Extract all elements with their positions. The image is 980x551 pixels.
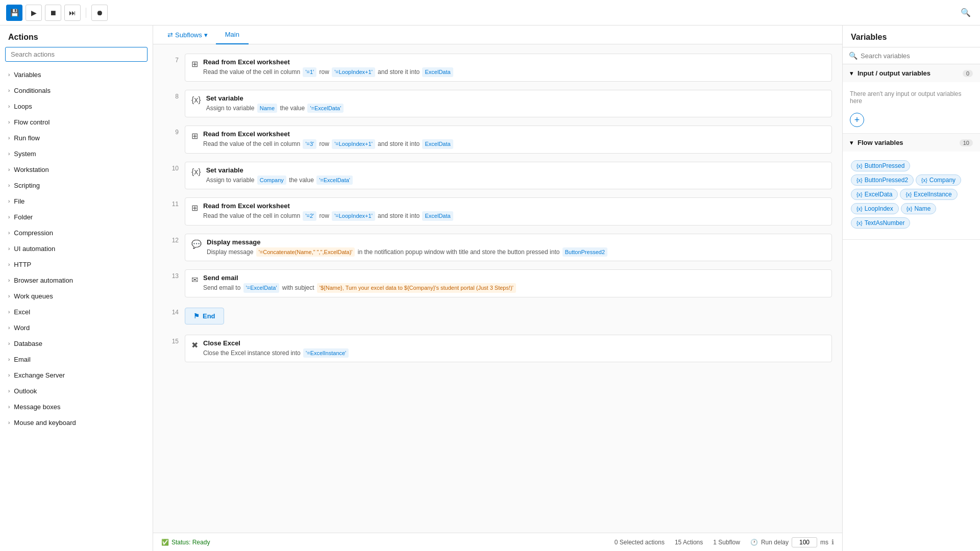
var-icon-10: {x} — [191, 166, 201, 177]
action-label: Message boxes — [14, 403, 60, 411]
flow-step-12: 12 💬 Display message Display message '=C… — [163, 230, 832, 266]
var-chip-icon-exceldata: {x} — [856, 192, 863, 197]
tag-msg-12: '=Concatenate(Name," ",",ExcelData)' — [256, 247, 355, 257]
run-delay-wrap: 🕐 Run delay ms ℹ — [750, 537, 834, 547]
var-chip-excelinstance[interactable]: {x} ExcelInstance — [900, 189, 957, 200]
var-chips-wrap: {x} ButtonPressed {x} ButtonPressed2 {x}… — [850, 156, 973, 233]
flow-step-11: 11 ⊞ Read from Excel worksheet Read the … — [163, 193, 832, 230]
actions-list: ›Variables›Conditionals›Loops›Flow contr… — [0, 67, 153, 551]
save-button[interactable]: 💾 — [6, 5, 22, 21]
var-chip-exceldata[interactable]: {x} ExcelData — [851, 189, 898, 200]
var-chip-icon-buttonpressed2: {x} — [856, 178, 863, 183]
var-chip-loopindex[interactable]: {x} LoopIndex — [851, 203, 899, 214]
var-chip-company[interactable]: {x} Company — [916, 174, 961, 186]
tab-main[interactable]: Main — [216, 26, 249, 44]
action-item-browser-automation[interactable]: ›Browser automation — [0, 272, 153, 288]
step-desc-12: Display message '=Concatenate(Name," ","… — [207, 247, 825, 257]
action-chevron: › — [8, 230, 10, 236]
action-item-work-queues[interactable]: ›Work queues — [0, 288, 153, 304]
action-item-system[interactable]: ›System — [0, 146, 153, 162]
action-item-exchange-server[interactable]: ›Exchange Server — [0, 367, 153, 383]
step-card-8[interactable]: {x} Set variable Assign to variable Name… — [185, 90, 832, 118]
action-item-run-flow[interactable]: ›Run flow — [0, 130, 153, 146]
step-card-15[interactable]: ✖ Close Excel Close the Excel instance s… — [185, 335, 832, 363]
action-item-folder[interactable]: ›Folder — [0, 209, 153, 225]
tag-val-8: '=ExcelData' — [307, 104, 344, 113]
var-chip-label-buttonpressed2: ButtonPressed2 — [865, 177, 908, 184]
variables-content: ▾ Input / output variables 0 There aren'… — [843, 64, 980, 551]
step-card-10[interactable]: {x} Set variable Assign to variable Comp… — [185, 162, 832, 190]
action-label: UI automation — [14, 245, 55, 253]
action-item-mouse-and-keyboard[interactable]: ›Mouse and keyboard — [0, 415, 153, 431]
next-step-button[interactable]: ⏭ — [64, 5, 81, 21]
action-item-scripting[interactable]: ›Scripting — [0, 178, 153, 193]
step-card-11[interactable]: ⊞ Read from Excel worksheet Read the val… — [185, 197, 832, 226]
step-card-12[interactable]: 💬 Display message Display message '=Conc… — [185, 234, 832, 262]
step-card-9[interactable]: ⊞ Read from Excel worksheet Read the val… — [185, 126, 832, 154]
action-item-loops[interactable]: ›Loops — [0, 98, 153, 114]
toolbar-divider — [86, 8, 86, 18]
var-chip-icon-loopindex: {x} — [856, 206, 863, 212]
actions-title: Actions — [0, 26, 153, 47]
step-body-10: Set variable Assign to variable Company … — [206, 166, 825, 185]
action-item-file[interactable]: ›File — [0, 193, 153, 209]
action-label: Exchange Server — [14, 371, 65, 379]
action-item-email[interactable]: ›Email — [0, 352, 153, 367]
var-chip-textasnumber[interactable]: {x} TextAsNumber — [851, 217, 910, 229]
input-output-section-header[interactable]: ▾ Input / output variables 0 — [843, 64, 980, 82]
status-bar: ✅ Status: Ready 0 Selected actions 15 Ac… — [153, 533, 842, 551]
step-desc-9: Read the value of the cell in column '=3… — [203, 139, 825, 149]
main-layout: Actions ›Variables›Conditionals›Loops›Fl… — [0, 26, 980, 551]
flow-variables-section-header[interactable]: ▾ Flow variables 10 — [843, 134, 980, 152]
flow-step-14: 14 ⚑ End — [163, 302, 832, 331]
run-delay-unit: ms — [820, 539, 828, 546]
variables-search-input[interactable] — [861, 52, 974, 60]
step-card-13[interactable]: ✉ Send email Send email to '=ExcelData' … — [185, 269, 832, 297]
flow-variables-chevron: ▾ — [850, 139, 853, 146]
action-label: Flow control — [14, 118, 50, 126]
var-chip-label-loopindex: LoopIndex — [865, 205, 893, 212]
input-output-content: There aren't any input or output variabl… — [843, 82, 980, 133]
run-delay-input[interactable] — [792, 537, 817, 547]
step-title-12: Display message — [207, 238, 825, 246]
step-end-14[interactable]: ⚑ End — [185, 308, 224, 324]
var-chip-buttonpressed2[interactable]: {x} ButtonPressed2 — [851, 174, 914, 186]
actions-search-input[interactable] — [5, 47, 148, 62]
var-chip-buttonpressed[interactable]: {x} ButtonPressed — [851, 160, 910, 171]
action-label: HTTP — [14, 261, 31, 268]
action-item-compression[interactable]: ›Compression — [0, 225, 153, 241]
var-chip-name[interactable]: {x} Name — [901, 203, 937, 214]
variables-panel: Variables 🔍 ▾ Input / output variables 0… — [842, 26, 980, 551]
action-item-workstation[interactable]: ›Workstation — [0, 162, 153, 178]
action-item-database[interactable]: ›Database — [0, 336, 153, 352]
record-button[interactable]: ⏺ — [91, 5, 108, 21]
action-item-excel[interactable]: ›Excel — [0, 304, 153, 320]
action-item-variables[interactable]: ›Variables — [0, 67, 153, 83]
flow-step-15: 15 ✖ Close Excel Close the Excel instanc… — [163, 331, 832, 367]
tag-btn-12: ButtonPressed2 — [562, 247, 607, 257]
action-item-http[interactable]: ›HTTP — [0, 257, 153, 272]
action-item-flow-control[interactable]: ›Flow control — [0, 114, 153, 130]
action-chevron: › — [8, 372, 10, 378]
stop-button[interactable]: ⏹ — [45, 5, 61, 21]
var-chip-label-company: Company — [929, 177, 955, 184]
play-button[interactable]: ▶ — [26, 5, 42, 21]
step-body-11: Read from Excel worksheet Read the value… — [203, 202, 825, 221]
step-card-7[interactable]: ⊞ Read from Excel worksheet Read the val… — [185, 54, 832, 82]
subflows-button[interactable]: ⇄ Subflows ▾ — [161, 26, 214, 44]
step-number-7: 7 — [163, 54, 179, 64]
action-item-message-boxes[interactable]: ›Message boxes — [0, 399, 153, 415]
tag-row-11: '=LoopIndex+1' — [332, 211, 375, 221]
var-icon-8: {x} — [191, 94, 201, 105]
total-actions: 15 Actions — [675, 539, 703, 546]
var-chip-icon-textasnumber: {x} — [856, 220, 863, 226]
tag-subj-13: '${Name}, Turn your excel data to ${Comp… — [317, 283, 516, 293]
step-desc-13: Send email to '=ExcelData' with subject … — [203, 283, 825, 293]
action-item-ui-automation[interactable]: ›UI automation — [0, 241, 153, 257]
add-variable-button[interactable]: + — [850, 113, 864, 127]
flow-editor: ⇄ Subflows ▾ Main 7 ⊞ Read from Excel wo… — [153, 26, 842, 551]
action-item-conditionals[interactable]: ›Conditionals — [0, 83, 153, 98]
action-item-word[interactable]: ›Word — [0, 320, 153, 336]
toolbar-search-button[interactable]: 🔍 — [958, 5, 974, 21]
action-item-outlook[interactable]: ›Outlook — [0, 383, 153, 399]
